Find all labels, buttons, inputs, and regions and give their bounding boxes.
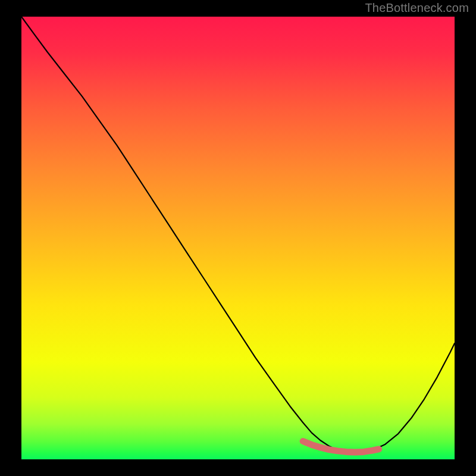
chart-frame: TheBottleneck.com	[0, 0, 476, 476]
attribution-label: TheBottleneck.com	[365, 1, 469, 15]
bottleneck-chart	[0, 0, 476, 476]
plot-area	[21, 17, 455, 459]
